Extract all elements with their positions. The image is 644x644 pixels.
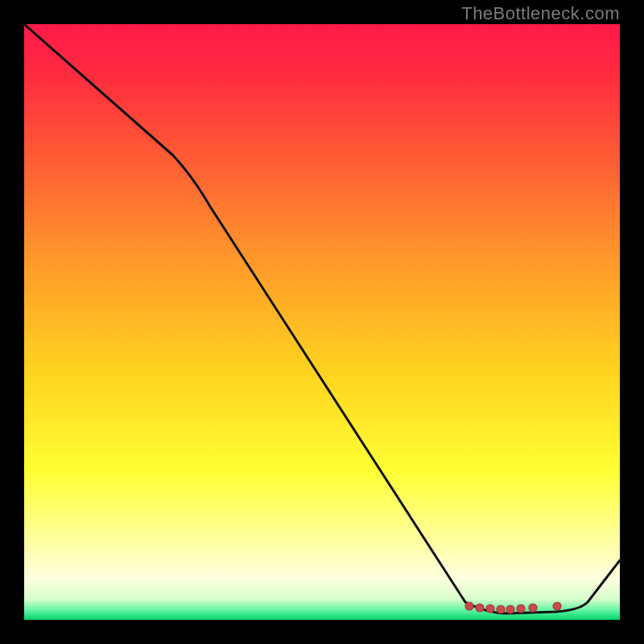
marker-dot: [465, 602, 473, 610]
bottleneck-curve: [24, 24, 620, 613]
marker-dot: [553, 602, 561, 610]
chart-overlay: [24, 24, 620, 620]
watermark-text: TheBottleneck.com: [461, 3, 620, 24]
marker-dot: [486, 605, 494, 613]
chart-stage: TheBottleneck.com: [0, 0, 644, 644]
marker-dot: [529, 604, 537, 612]
marker-dot: [497, 605, 505, 613]
marker-dot: [506, 605, 514, 613]
marker-dot: [476, 604, 484, 612]
plot-area: [24, 24, 620, 620]
marker-dot: [517, 605, 525, 613]
